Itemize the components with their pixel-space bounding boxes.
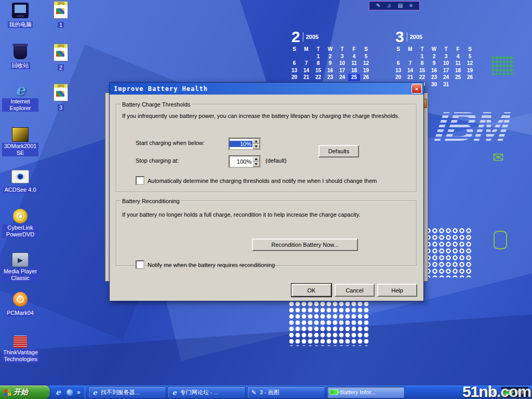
icon-label: PCMark04 [6,310,35,316]
spin-up-icon[interactable] [252,156,260,162]
icon-label: CyberLink PowerDVD [2,224,38,238]
audio-icon[interactable]: ♫ [387,3,391,8]
desktop-icon-3dmark[interactable]: 3DMark2001 SE [2,127,38,157]
notify-reconditioning-checkbox[interactable] [136,260,144,269]
spinner-buttons [252,156,260,167]
calendar-day: 12 [464,60,476,67]
calendar-day-header: T [440,46,452,53]
rings-grid-decoration [425,228,473,277]
media-player-quick-launch-icon[interactable] [65,388,74,396]
desktop-icon-internet-explorer[interactable]: eInternet Explorer [2,82,38,112]
task-label: 专门网论坛 - ... [180,389,219,396]
ie-quick-launch-icon[interactable]: e [54,388,62,396]
recycle-bin-icon [14,44,27,59]
defaults-button[interactable]: Defaults [318,145,359,157]
task-label: 3 - 画图 [260,389,280,396]
desktop-icon-recycle-bin[interactable]: 回收站 [2,44,38,70]
start-label: 开始 [14,388,28,397]
help-button[interactable]: Help [377,284,417,297]
desktop-icon-mpc[interactable]: ▶Media Player Classic [2,252,38,282]
desktop-icon-jpg-2[interactable]: 2 [49,44,73,72]
spin-up-icon[interactable] [252,139,260,144]
calendar-day: 14 [300,67,312,74]
pen-icon[interactable]: ✎ [376,3,380,8]
calendar-day: 20 [392,74,404,81]
calendar-day: 4 [348,53,360,60]
calendar-day-header: T [336,46,348,53]
cancel-button[interactable]: Cancel [335,284,375,297]
display-icon[interactable]: ▤ [398,3,403,8]
calendar-year: 2005 [306,34,318,40]
desktop-icon-jpg-1[interactable]: 1 [49,1,73,29]
task-battery-information[interactable]: Battery Infor... [327,387,405,398]
calendar-day: 9 [428,60,440,67]
calendar-day-header: S [392,46,404,53]
auto-thresholds-checkbox[interactable] [136,176,144,185]
stop-charging-value[interactable]: 100% [230,158,252,165]
calendar-day-header: T [312,46,324,53]
close-icon[interactable]: × [411,84,422,94]
calendar-day: 9 [324,60,336,67]
start-button[interactable]: 开始 [0,385,50,399]
desktop-icon-thinkvantage[interactable]: ThinkVantage Technologies [2,336,38,363]
calendar-day: 23 [324,74,336,81]
calendar-february: 2 2005 SMTWTFS12345678910111213141516171… [288,28,374,88]
icon-label: 我的电脑 [8,21,33,28]
calendar-day: 30 [428,81,440,88]
jpg-file-icon [54,84,68,101]
desktop-icon-powerdvd[interactable]: CyberLink PowerDVD [2,209,38,238]
watermark: 51nb.com [462,383,531,399]
dialog-title: Improve Battery Health [114,85,411,92]
default-suffix: (default) [265,157,286,164]
calendar-day: 15 [312,67,324,74]
calendar-day: 24 [336,74,348,81]
calendar-day: 11 [348,60,360,67]
calendar-day [300,53,312,60]
start-charging-spinner[interactable]: 10% [229,138,261,150]
internet-explorer-icon: e [11,82,29,97]
cylinder-icon [494,231,507,249]
calendar-day: 26 [360,74,372,81]
desktop-icon-my-computer[interactable]: 我的电脑 [2,3,38,29]
calendar-grid: SMTWTFS123456789101112131415161718192021… [288,46,374,88]
ie-page-icon: e [171,389,178,396]
calendar-day-header: T [416,46,428,53]
stop-charging-label: Stop charging at: [136,157,179,164]
battery-reconditioning-group: Battery Reconditioning If your battery n… [116,198,417,267]
task-server-not-found[interactable]: e找不到服务器... [88,387,166,398]
task-paint[interactable]: ✎3 - 画图 [247,387,325,398]
calendar-grid: SMTWTFS123456789101112131415161718192021… [392,46,477,88]
calendar-day: 15 [416,67,428,74]
desktop-icon-acdsee[interactable]: ACDSee 4.0 [2,170,38,194]
calendar-day: 16 [428,67,440,74]
calendar-day: 6 [288,60,300,67]
start-charging-value[interactable]: 10% [230,141,252,147]
task-forum[interactable]: e专门网论坛 - ... [168,387,246,398]
dialog-titlebar[interactable]: Improve Battery Health × [110,83,423,95]
calendar-separator [303,32,303,42]
ok-button[interactable]: OK [291,284,331,297]
calendar-day: 7 [404,60,416,67]
taskbar-tasks: e找不到服务器...e专门网论坛 - ...✎3 - 画图Battery Inf… [85,387,486,398]
icon-label: 2 [58,64,64,71]
desktop-icon-jpg-3[interactable]: 3 [49,84,73,112]
calendar-separator [407,32,407,42]
calendar-day: 11 [452,60,464,67]
icon-label: ThinkVantage Technologies [2,349,39,363]
recondition-battery-button[interactable]: Recondition Battery Now... [252,238,358,251]
quick-launch-overflow-icon[interactable]: » [77,389,81,396]
spin-down-icon[interactable] [252,144,260,149]
stop-charging-spinner[interactable]: 100% [229,155,261,168]
calendar-day: 13 [392,67,404,74]
calendar-day: 4 [452,53,464,60]
calendar-day: 2 [324,53,336,60]
list-icon[interactable]: ≡ [409,3,413,8]
calendar-day-header: F [348,46,360,53]
quick-launch: e » [50,387,85,398]
spin-down-icon[interactable] [252,162,260,167]
calendar-day: 19 [360,67,372,74]
icon-label: 1 [58,22,64,28]
desktop-icon-pcmark[interactable]: PCMark04 [2,292,38,317]
thinkvantage-icon [14,336,27,348]
calendar-day: 26 [464,74,476,81]
